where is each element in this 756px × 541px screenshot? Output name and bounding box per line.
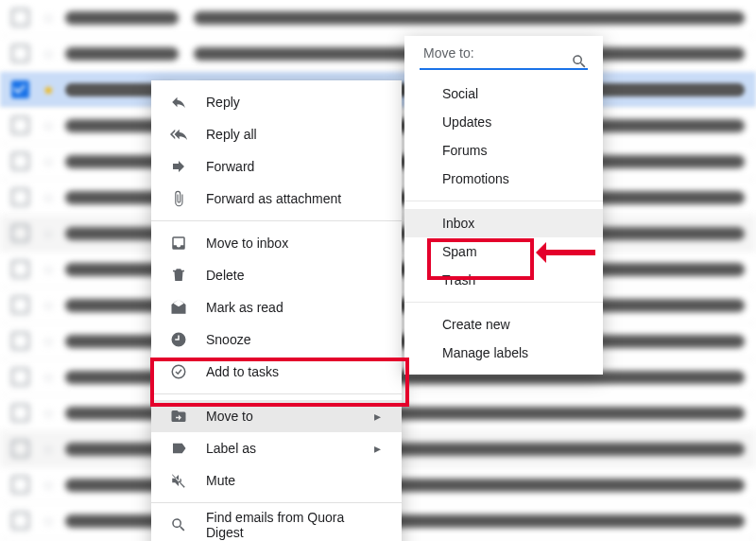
trash-icon (168, 267, 189, 284)
folder-move-icon (168, 408, 189, 425)
menu-label: Add to tasks (206, 364, 381, 379)
menu-forward[interactable]: Forward (151, 150, 402, 183)
menu-move-to[interactable]: Move to ▸ (151, 400, 402, 432)
move-option-inbox[interactable]: Inbox (404, 209, 603, 237)
svg-point-0 (172, 365, 185, 378)
move-to-search[interactable] (420, 68, 588, 70)
menu-delete[interactable]: Delete (151, 259, 402, 291)
menu-label: Reply all (206, 127, 381, 142)
separator (404, 201, 603, 201)
reply-all-icon (168, 126, 189, 143)
chevron-right-icon: ▸ (374, 409, 381, 424)
menu-label: Mute (206, 473, 381, 488)
mute-icon (168, 472, 189, 489)
reply-icon (168, 94, 189, 111)
menu-reply-all[interactable]: Reply all (151, 118, 402, 150)
move-option-social[interactable]: Social (404, 79, 603, 108)
move-to-submenu: Move to: Social Updates Forums Promotion… (404, 36, 603, 375)
search-icon (168, 516, 189, 533)
menu-label: Snooze (206, 332, 381, 347)
menu-label-as[interactable]: Label as ▸ (151, 432, 402, 464)
separator (404, 302, 603, 303)
menu-add-to-tasks[interactable]: Add to tasks (151, 356, 402, 388)
chevron-right-icon: ▸ (374, 441, 381, 456)
task-icon (168, 363, 189, 380)
separator (151, 502, 402, 503)
attachment-icon (168, 190, 189, 207)
menu-label: Find emails from Quora Digest (206, 510, 381, 540)
menu-label: Delete (206, 268, 381, 283)
move-option-create-new[interactable]: Create new (404, 310, 603, 339)
move-option-promotions[interactable]: Promotions (404, 165, 603, 193)
menu-label: Move to inbox (206, 236, 381, 251)
move-option-spam[interactable]: Spam (404, 237, 603, 266)
move-option-trash[interactable]: Trash (404, 266, 603, 294)
menu-reply[interactable]: Reply (151, 86, 402, 118)
menu-forward-attachment[interactable]: Forward as attachment (151, 183, 402, 215)
envelope-open-icon (168, 299, 189, 316)
menu-mute[interactable]: Mute (151, 464, 402, 497)
menu-label: Move to (206, 409, 367, 424)
forward-icon (168, 158, 189, 175)
label-icon (168, 440, 189, 457)
menu-find-emails-from[interactable]: Find emails from Quora Digest (151, 509, 402, 541)
context-menu: Reply Reply all Forward Forward as attac… (151, 80, 402, 541)
menu-label: Mark as read (206, 300, 381, 315)
menu-label: Forward as attachment (206, 191, 381, 206)
menu-snooze[interactable]: Snooze (151, 323, 402, 356)
clock-icon (168, 331, 189, 348)
menu-label: Label as (206, 441, 367, 456)
menu-mark-as-read[interactable]: Mark as read (151, 291, 402, 323)
inbox-icon (168, 235, 189, 252)
menu-label: Forward (206, 159, 381, 174)
separator (151, 393, 402, 394)
separator (151, 220, 402, 221)
search-icon (571, 53, 588, 73)
move-option-manage-labels[interactable]: Manage labels (404, 339, 603, 367)
menu-label: Reply (206, 95, 381, 110)
move-option-forums[interactable]: Forums (404, 136, 603, 165)
menu-move-to-inbox[interactable]: Move to inbox (151, 227, 402, 259)
move-option-updates[interactable]: Updates (404, 108, 603, 136)
